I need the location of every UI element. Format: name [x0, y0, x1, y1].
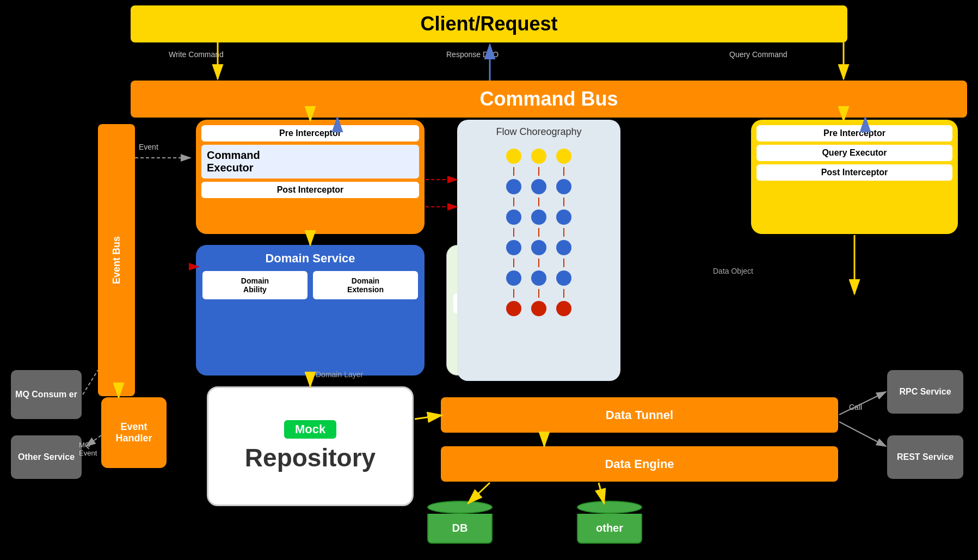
query-command-label: Query Command	[729, 50, 788, 59]
event-bus-label: Event Bus	[111, 236, 122, 284]
call-label: Call	[849, 403, 862, 411]
data-tunnel-box: Data Tunnel	[441, 397, 838, 433]
query-executor-box: Query Executor	[756, 145, 952, 161]
rpc-service-box: RPC Service	[887, 370, 963, 414]
rpc-service-label: RPC Service	[899, 387, 951, 397]
svg-line-14	[415, 415, 442, 419]
other-cylinder-top	[577, 501, 642, 514]
event-label: Event	[139, 143, 158, 151]
flow-choreography-box: Flow Choreography	[457, 120, 620, 381]
domain-layer-label: Domain Layer	[316, 370, 363, 379]
repository-label: Repository	[245, 443, 376, 472]
other-label: other	[596, 522, 623, 534]
mq-consumer-label: MQ Consum er	[15, 390, 77, 399]
write-command-label: Write Command	[169, 50, 224, 59]
svg-line-21	[839, 422, 886, 446]
domain-service-title: Domain Service	[202, 251, 418, 266]
db-label: DB	[452, 522, 468, 534]
mock-badge: Mock	[284, 420, 336, 439]
event-bus-bar: Event Bus	[98, 124, 135, 396]
data-engine-box: Data Engine	[441, 446, 838, 482]
client-request-label: Client/Request	[420, 13, 557, 35]
other-service-left-box: Other Service	[11, 435, 82, 479]
svg-line-20	[839, 392, 886, 415]
pre-interceptor-cmd: Pre Interceptor	[201, 125, 419, 141]
client-request-box: Client/Request	[131, 5, 847, 42]
event-handler-label: Event Handler	[101, 421, 167, 444]
db-cylinder-body: DB	[427, 514, 493, 544]
domain-extension-box: DomainExtension	[313, 271, 418, 299]
data-object-label: Data Object	[713, 267, 753, 275]
mq-consumer-box: MQ Consum er	[11, 370, 82, 419]
command-bus-box: Command Bus	[131, 81, 967, 118]
mq-event-label: MQEvent	[79, 441, 97, 457]
command-executor-inner: CommandExecutor	[201, 145, 419, 179]
db-cylinder-top	[427, 501, 493, 514]
pre-interceptor-query: Pre Interceptor	[756, 125, 952, 141]
other-cylinder: other	[571, 501, 648, 550]
diagram-container: Client/Request Command Bus Event Bus Pre…	[0, 0, 978, 560]
svg-line-26	[83, 370, 98, 395]
post-interceptor-query: Post Interceptor	[756, 164, 952, 181]
query-handler-box: Pre Interceptor Query Executor Post Inte…	[751, 120, 958, 234]
event-handler-box: Event Handler	[101, 397, 167, 468]
command-executor-label: CommandExecutor	[207, 149, 414, 174]
rest-service-box: REST Service	[887, 435, 963, 479]
mock-repository-box: Mock Repository	[207, 386, 414, 506]
domain-service-box: Domain Service DomainAbility DomainExten…	[196, 245, 425, 376]
command-executor-box: Pre Interceptor CommandExecutor Post Int…	[196, 120, 425, 234]
domain-ability-box: DomainAbility	[202, 271, 307, 299]
other-cylinder-body: other	[577, 514, 642, 544]
post-interceptor-cmd: Post Interceptor	[201, 182, 419, 198]
command-bus-label: Command Bus	[479, 88, 618, 110]
db-cylinder: DB	[425, 501, 495, 550]
other-service-left-label: Other Service	[18, 452, 75, 462]
rest-service-label: REST Service	[897, 452, 954, 462]
flow-choreography-title: Flow Choreography	[464, 126, 614, 138]
response-dto-label: Response DTO	[446, 50, 499, 59]
